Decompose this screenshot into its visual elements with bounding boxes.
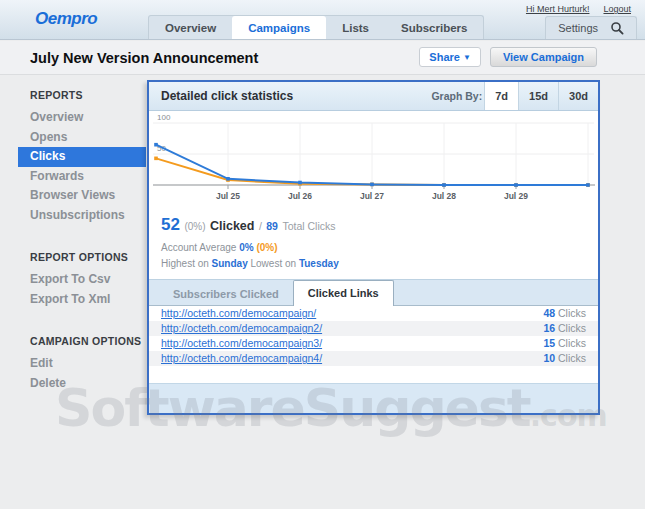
panel-tab-strip: Subscribers Clicked Clicked Links [149,279,598,306]
total-clicks-count: 89 [266,220,278,232]
clicked-link-url[interactable]: http://octeth.com/democampaign3/ [161,338,322,349]
range-button-15d[interactable]: 15d [518,82,558,110]
highest-lowest-line: Highest on Sunday Lowest on Tuesday [161,258,586,269]
sidebar-item-export-xml[interactable]: Export To Xml [0,290,146,310]
user-links: Hi Mert Hurturk!Logout [526,4,631,14]
page-title-bar: July New Version Announcement Share ▼ Vi… [0,41,645,75]
lowest-day: Tuesday [299,258,339,269]
clicked-label: Clicked [210,219,254,233]
sidebar: REPORTS Overview Opens Clicks Forwards B… [0,75,146,393]
panel-header: Detailed click statistics Graph By: 7d 1… [149,82,598,111]
app-header: Oempro Overview Campaigns Lists Subscrib… [0,0,645,40]
sidebar-item-delete[interactable]: Delete [0,374,146,394]
settings-link[interactable]: Settings [558,22,598,34]
sidebar-item-browser-views[interactable]: Browser Views [0,186,146,206]
click-stats-summary: 52 (0%) Clicked / 89 Total Clicks Accoun… [149,207,598,269]
search-icon[interactable] [610,21,624,35]
range-button-7d[interactable]: 7d [484,82,518,110]
sidebar-item-edit[interactable]: Edit [0,354,146,374]
svg-text:Jul 26: Jul 26 [288,191,312,201]
sidebar-section-campaign-options: CAMPAIGN OPTIONS Edit Delete [0,335,146,393]
clicked-count: 52 [161,215,180,234]
sidebar-item-overview[interactable]: Overview [0,108,146,128]
svg-text:Jul 25: Jul 25 [216,191,240,201]
user-greeting-link[interactable]: Hi Mert Hurturk! [526,4,590,14]
app-logo: Oempro [35,9,97,29]
chevron-down-icon: ▼ [463,53,471,62]
account-average-line: Account Average 0% (0%) [161,242,586,253]
sidebar-heading-report-options: REPORT OPTIONS [30,251,146,263]
click-statistics-panel: Detailed click statistics Graph By: 7d 1… [147,80,600,415]
clicks-count: 10 [543,352,555,364]
panel-footer [149,383,598,413]
nav-tab-campaigns[interactable]: Campaigns [232,16,326,39]
clicked-links-table: http://octeth.com/democampaign/ 48 Click… [149,306,598,366]
sidebar-item-unsubscriptions[interactable]: Unsubscriptions [0,206,146,226]
nav-tab-lists[interactable]: Lists [326,16,385,39]
svg-text:Jul 27: Jul 27 [360,191,384,201]
table-row: http://octeth.com/democampaign3/ 15 Clic… [149,336,598,351]
settings-row: Settings [545,16,637,39]
view-campaign-button[interactable]: View Campaign [490,47,597,67]
clicks-line-chart: 50100Jul 25Jul 26Jul 27Jul 28Jul 29 [149,111,598,207]
sidebar-item-clicks[interactable]: Clicks [18,147,146,167]
table-row: http://octeth.com/democampaign/ 48 Click… [149,306,598,321]
clicks-chart-svg: 50100Jul 25Jul 26Jul 27Jul 28Jul 29 [149,111,598,207]
graph-by-label: Graph By: [431,90,482,102]
tab-subscribers-clicked[interactable]: Subscribers Clicked [159,282,293,305]
svg-text:Jul 29: Jul 29 [504,191,528,201]
account-average-percent: (0%) [256,242,277,253]
share-button[interactable]: Share ▼ [419,47,481,67]
panel-title: Detailed click statistics [149,89,431,103]
sidebar-section-report-options: REPORT OPTIONS Export To Csv Export To X… [0,251,146,309]
svg-text:Jul 28: Jul 28 [432,191,456,201]
main-nav: Overview Campaigns Lists Subscribers [148,15,484,39]
sidebar-item-forwards[interactable]: Forwards [0,167,146,187]
sidebar-heading-campaign-options: CAMPAIGN OPTIONS [30,335,146,347]
clicked-link-url[interactable]: http://octeth.com/democampaign/ [161,308,316,319]
account-average-value: 0% [239,242,253,253]
total-clicks-label: Total Clicks [282,220,335,232]
clicked-link-url[interactable]: http://octeth.com/democampaign4/ [161,353,322,364]
clicks-count: 16 [543,322,555,334]
clicked-link-url[interactable]: http://octeth.com/democampaign2/ [161,323,322,334]
svg-text:100: 100 [157,113,171,122]
clicked-percent: (0%) [184,221,205,232]
range-button-30d[interactable]: 30d [558,82,598,110]
sidebar-heading-reports: REPORTS [30,89,146,101]
highest-day: Sunday [212,258,248,269]
sidebar-item-export-csv[interactable]: Export To Csv [0,270,146,290]
title-actions: Share ▼ View Campaign [419,47,597,67]
nav-tab-subscribers[interactable]: Subscribers [385,16,483,39]
clicks-count: 48 [543,307,555,319]
nav-tab-overview[interactable]: Overview [149,16,232,39]
clicks-count: 15 [543,337,555,349]
logout-link[interactable]: Logout [603,4,631,14]
tab-clicked-links[interactable]: Clicked Links [293,280,394,306]
page-title: July New Version Announcement [30,41,258,75]
clicked-summary-line: 52 (0%) Clicked / 89 Total Clicks [161,215,586,235]
sidebar-section-reports: REPORTS Overview Opens Clicks Forwards B… [0,89,146,225]
table-row: http://octeth.com/democampaign2/ 16 Clic… [149,321,598,336]
table-row: http://octeth.com/democampaign4/ 10 Clic… [149,351,598,366]
sidebar-item-opens[interactable]: Opens [0,128,146,148]
